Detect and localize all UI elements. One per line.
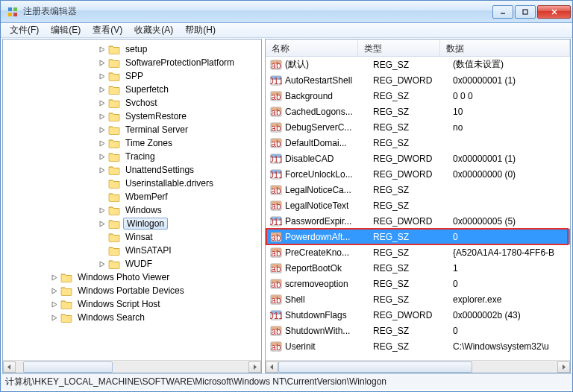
svg-rect-0 [8,7,12,11]
value-row[interactable]: 011ForceUnlockLo...REG_DWORD0x00000000 (… [266,166,570,182]
value-name: Shell [285,294,373,305]
folder-icon [108,71,120,81]
svg-marker-18 [100,208,104,213]
expand-toggle-icon[interactable] [98,206,107,215]
value-row[interactable]: abShellREG_SZexplorer.exe [266,291,570,307]
svg-marker-8 [100,47,104,52]
value-data: 1 [453,263,570,274]
expand-toggle-icon[interactable] [51,287,59,295]
tree-item[interactable]: setup [3,42,261,56]
expand-toggle-icon[interactable] [98,153,107,161]
value-icon: ab [270,59,282,71]
scroll-left-icon[interactable] [3,361,16,373]
scroll-track[interactable] [278,361,557,373]
tree-item-label: SoftwareProtectionPlatform [123,57,237,68]
tree-item[interactable]: SoftwareProtectionPlatform [3,56,261,69]
expand-toggle-icon[interactable] [98,59,107,67]
scroll-track[interactable] [16,361,248,373]
value-row[interactable]: abLegalNoticeCa...REG_SZ [266,182,570,197]
tree-item[interactable]: Tracing [3,150,261,163]
tree-item[interactable]: WUDF [3,257,261,271]
col-type[interactable]: 类型 [358,39,440,56]
values-hscrollbar[interactable] [266,360,570,373]
value-row[interactable]: abPreCreateKno...REG_SZ{A520A1A4-1780-4F… [266,244,570,260]
tree-hscrollbar[interactable] [3,360,261,373]
close-button[interactable] [537,5,571,19]
menu-view[interactable]: 查看(V) [87,22,128,38]
tree-item[interactable]: Terminal Server [3,123,261,136]
value-type: REG_SZ [373,122,453,133]
tree-item[interactable]: WinSATAPI [3,244,261,257]
value-row[interactable]: 011AutoRestartShellREG_DWORD0x00000001 (… [266,72,570,88]
value-row[interactable]: abPowerdownAft...REG_SZ0 [266,229,570,244]
value-row[interactable]: ab(默认)REG_SZ(数值未设置) [266,57,570,72]
value-row[interactable]: 011PasswordExpir...REG_DWORD0x00000005 (… [266,213,570,229]
scroll-right-icon[interactable] [557,361,570,373]
value-row[interactable]: abscremoveoptionREG_SZ0 [266,276,570,291]
expand-toggle-icon[interactable] [98,260,107,268]
tree-item[interactable]: Windows Photo Viewer [3,271,261,284]
tree-item[interactable]: Superfetch [3,83,261,96]
maximize-button[interactable] [515,5,536,19]
expand-toggle-icon[interactable] [51,274,59,282]
scroll-thumb[interactable] [23,361,113,373]
value-row[interactable]: abShutdownWith...REG_SZ0 [266,323,570,338]
values-list[interactable]: ab(默认)REG_SZ(数值未设置)011AutoRestartShellRE… [266,57,570,360]
value-row[interactable]: 011ShutdownFlagsREG_DWORD0x0000002b (43) [266,307,570,323]
tree-item[interactable]: SPP [3,69,261,83]
svg-marker-17 [100,168,104,173]
svg-rect-5 [523,10,527,14]
registry-tree[interactable]: setupSoftwareProtectionPlatformSPPSuperf… [3,39,261,360]
value-row[interactable]: abReportBootOkREG_SZ1 [266,260,570,276]
menu-file[interactable]: 文件(F) [4,22,45,38]
svg-text:ab: ab [271,92,281,102]
minimize-button[interactable] [492,5,513,19]
tree-item[interactable]: WbemPerf [3,190,261,203]
svg-marker-11 [100,87,104,92]
expand-toggle-icon[interactable] [98,139,107,148]
value-row[interactable]: abDefaultDomai...REG_SZ [266,135,570,151]
value-type: REG_SZ [373,107,453,117]
expand-toggle-icon[interactable] [51,314,59,322]
tree-item[interactable]: Time Zones [3,136,261,150]
tree-item[interactable]: Windows [3,203,261,217]
tree-item[interactable]: Userinstallable.drivers [3,177,261,190]
value-row[interactable]: abUserinitREG_SZC:\Windows\system32\u [266,338,570,354]
tree-item[interactable]: Windows Script Host [3,297,261,311]
value-row[interactable]: abBackgroundREG_SZ0 0 0 [266,88,570,104]
expand-toggle-icon[interactable] [98,72,107,80]
value-row[interactable]: abCachedLogons...REG_SZ10 [266,104,570,119]
menu-help[interactable]: 帮助(H) [179,22,222,38]
expand-toggle-icon[interactable] [98,99,107,107]
expand-toggle-icon[interactable] [98,220,107,228]
tree-item[interactable]: SystemRestore [3,110,261,123]
tree-item[interactable]: Svchost [3,96,261,110]
scroll-right-icon[interactable] [248,361,261,373]
expand-toggle-icon[interactable] [98,126,107,134]
tree-item-label: Tracing [123,151,157,162]
expand-toggle-icon[interactable] [98,86,107,94]
tree-item[interactable]: Windows Search [3,311,261,324]
expand-toggle-icon[interactable] [98,113,107,121]
expand-toggle-icon[interactable] [98,166,107,174]
value-type: REG_DWORD [373,169,453,180]
svg-text:ab: ab [271,60,281,71]
menu-favorites[interactable]: 收藏夹(A) [128,22,179,38]
scroll-thumb[interactable] [278,361,472,373]
value-icon: ab [270,247,282,259]
scroll-left-icon[interactable] [266,361,278,373]
tree-item[interactable]: UnattendSettings [3,163,261,177]
col-data[interactable]: 数据 [440,39,570,56]
value-row[interactable]: abDebugServerC...REG_SZno [266,119,570,135]
tree-item[interactable]: Winsat [3,230,261,244]
svg-marker-84 [270,364,273,370]
tree-item[interactable]: Winlogon [3,217,261,230]
menu-edit[interactable]: 编辑(E) [45,22,87,38]
value-row[interactable]: 011DisableCADREG_DWORD0x00000001 (1) [266,151,570,166]
expand-toggle-icon[interactable] [98,45,107,54]
folder-icon [108,218,120,229]
expand-toggle-icon[interactable] [51,300,59,309]
value-row[interactable]: abLegalNoticeTextREG_SZ [266,197,570,213]
tree-item[interactable]: Windows Portable Devices [3,284,261,297]
col-name[interactable]: 名称 [266,39,358,56]
